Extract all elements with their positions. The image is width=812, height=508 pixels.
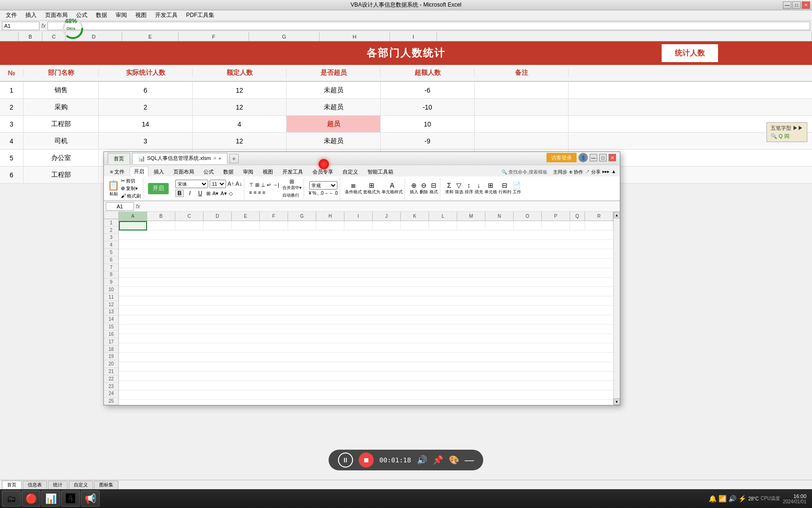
menu-view[interactable]: 视图 — [132, 10, 150, 20]
border-btn[interactable]: ⊞ — [206, 190, 211, 197]
tray-volume[interactable]: 🔊 — [728, 495, 736, 502]
font-size-select[interactable]: 11 — [210, 180, 226, 188]
sw-scroll-down[interactable]: ▼ — [614, 398, 620, 405]
ribbon-sync[interactable]: 主同步 — [553, 169, 567, 175]
stop-button[interactable]: ⏹ — [359, 452, 374, 468]
ribbon-search[interactable]: 🔍 查找命令,搜索模板 — [499, 168, 550, 176]
sheet-tab-stats[interactable]: 统计 — [48, 481, 68, 489]
file-tab-btn[interactable]: 📊 SQL人事信息管理系统.xlsm ✕ ● — [132, 153, 227, 164]
cell-P1[interactable] — [542, 221, 570, 230]
name-box-2[interactable] — [106, 202, 134, 211]
ribbon-tab-insert[interactable]: 插入 — [149, 167, 168, 176]
color-btn[interactable]: A▾ — [220, 190, 226, 197]
fill-edit-btn[interactable]: ↓ 填充 — [475, 182, 483, 195]
sum-btn[interactable]: Σ 求和 — [445, 182, 453, 195]
cell-D1[interactable] — [203, 221, 232, 230]
ribbon-tab-formula[interactable]: 公式 — [199, 167, 218, 176]
font-grow-icon[interactable]: A↑ — [227, 181, 234, 187]
underline-btn[interactable]: U — [196, 190, 204, 197]
cell-edit-btn[interactable]: ⊞ 单元格 — [484, 182, 497, 195]
cell-L1[interactable] — [429, 221, 457, 230]
sw-close[interactable]: ✕ — [609, 154, 616, 161]
align-right[interactable]: ≡ — [258, 190, 261, 195]
align-center[interactable]: ≡ — [253, 190, 256, 195]
cell-style-btn[interactable]: A 单元格样式 — [382, 182, 403, 195]
bold-btn[interactable]: B — [175, 190, 184, 197]
ribbon-tab-dev[interactable]: 开发工具 — [278, 167, 307, 176]
cell-O1[interactable] — [514, 221, 542, 230]
formula-input[interactable] — [47, 22, 810, 30]
copy-icon[interactable]: ⊕ — [121, 185, 125, 192]
ribbon-tab-ai[interactable]: 智能工具箱 — [363, 167, 398, 176]
menu-file[interactable]: 文件 — [2, 10, 21, 20]
maximize-btn[interactable]: □ — [792, 1, 801, 9]
cell-B1[interactable] — [147, 221, 175, 230]
currency-btn[interactable]: ¥ — [309, 190, 312, 196]
font-shrink-icon[interactable]: A↓ — [235, 181, 242, 187]
tab-add-btn[interactable]: + — [229, 154, 239, 163]
merge-btn[interactable]: ⊞ 合并居中▾ — [282, 178, 302, 191]
delete-cell-btn[interactable]: ⊖ 删除 — [420, 182, 428, 195]
minimize-btn[interactable]: — — [783, 1, 791, 9]
pause-button[interactable]: ⏸ — [338, 452, 353, 468]
taskbar-ppt[interactable]: 📢 — [81, 491, 100, 507]
align-justify[interactable]: ≡ — [262, 190, 265, 195]
cell-C1[interactable] — [175, 221, 203, 230]
rowcol-btn[interactable]: ⊟ 行和列 — [499, 182, 511, 195]
cell-N1[interactable] — [485, 221, 514, 230]
open-btn[interactable]: 开启 — [148, 183, 169, 194]
ribbon-tab-layout[interactable]: 页面布局 — [169, 167, 198, 176]
taskbar-excel[interactable]: 📊 — [41, 491, 60, 507]
menu-developer[interactable]: 开发工具 — [151, 10, 181, 20]
insert-cell-btn[interactable]: ⊕ 插入 — [410, 182, 418, 195]
comma-btn[interactable]: , — [317, 190, 319, 196]
ribbon-tab-file[interactable]: ≡ 文件 — [106, 167, 129, 176]
cond-format-btn[interactable]: ≣ 条件格式 — [345, 182, 362, 195]
tray-power[interactable]: ⚡ — [738, 495, 746, 502]
menu-data[interactable]: 数据 — [92, 10, 111, 20]
cell-G1[interactable] — [288, 221, 316, 230]
format-icon[interactable]: 🖌 — [121, 193, 126, 199]
ribbon-op[interactable]: ⊕ 协作 — [569, 169, 584, 175]
sheet-tab-icons[interactable]: 图标集 — [94, 481, 118, 489]
tray-wifi[interactable]: 📶 — [718, 495, 726, 502]
minus-button[interactable]: — — [465, 455, 474, 466]
sheet-btn[interactable]: 📄 工作 — [513, 182, 521, 195]
home-tab-btn[interactable]: 首页 — [108, 153, 130, 164]
sort-btn[interactable]: ↕ 排序 — [465, 182, 473, 195]
cell-A1[interactable] — [119, 221, 147, 230]
cut-icon[interactable]: ✂ — [121, 178, 125, 184]
italic-btn[interactable]: I — [186, 190, 194, 197]
draw-button[interactable]: 🎨 — [449, 455, 459, 465]
close-btn[interactable]: ✕ — [802, 1, 810, 9]
sw-maximize[interactable]: □ — [599, 154, 607, 161]
align-mid[interactable]: ⊞ — [255, 182, 259, 188]
align-left[interactable]: ≡ — [249, 190, 252, 195]
tray-notify[interactable]: 🔔 — [709, 495, 717, 502]
cell-I1[interactable] — [344, 221, 373, 230]
wrap-btn[interactable]: ↵ — [267, 182, 271, 188]
menu-insert[interactable]: 插入 — [22, 10, 40, 20]
ribbon-tab-custom[interactable]: 自定义 — [338, 167, 362, 176]
ribbon-collapse[interactable]: ▲ — [611, 169, 616, 175]
ribbon-share[interactable]: ↗ 分享 — [585, 169, 601, 175]
filter-btn[interactable]: ▽ 筛选 — [455, 182, 463, 195]
cell-H1[interactable] — [316, 221, 344, 230]
ribbon-more[interactable]: ▸▸▸ — [602, 169, 609, 175]
sw-scroll-up[interactable]: ▲ — [614, 212, 620, 218]
align-top[interactable]: ⊤ — [249, 182, 254, 188]
indent-btn[interactable]: →| — [273, 182, 279, 188]
paste-btn[interactable]: 📋 粘贴 — [108, 180, 119, 197]
ribbon-tab-data[interactable]: 数据 — [219, 167, 238, 176]
stat-button[interactable]: 统计人数 — [662, 44, 718, 62]
cell-Q1[interactable] — [570, 221, 585, 230]
percent-btn[interactable]: % — [312, 190, 316, 196]
sw-minimize[interactable]: — — [590, 154, 597, 161]
volume-button[interactable]: 🔊 — [417, 455, 427, 465]
login-button[interactable]: 访客登录 — [547, 153, 577, 162]
dec-decrease-btn[interactable]: ←.0 — [329, 190, 337, 196]
ribbon-tab-review[interactable]: 审阅 — [239, 167, 258, 176]
pin-button[interactable]: 📌 — [433, 455, 443, 465]
formula-input-2[interactable] — [142, 202, 618, 211]
cell-E1[interactable] — [232, 221, 260, 230]
